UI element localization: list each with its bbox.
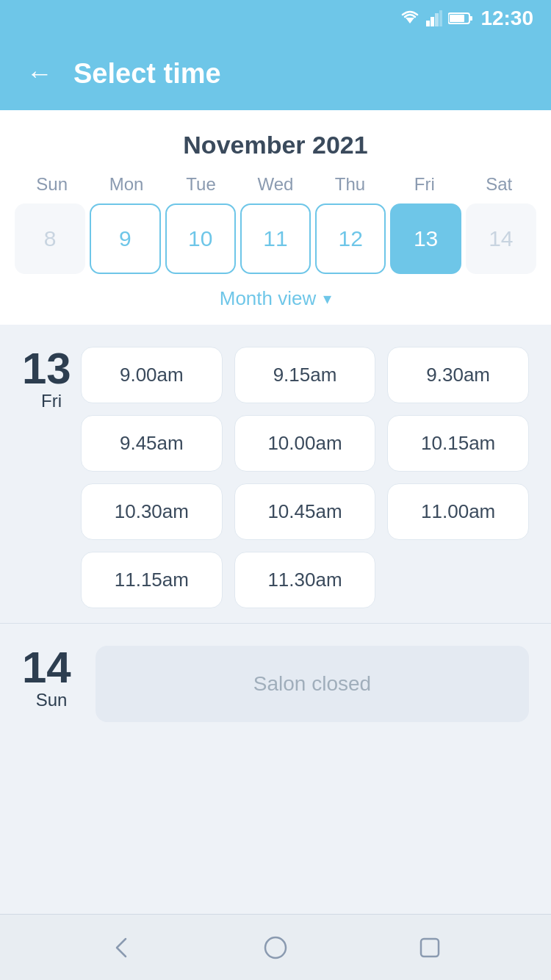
slot-945am[interactable]: 9.45am <box>81 415 223 472</box>
slot-900am[interactable]: 9.00am <box>81 347 223 403</box>
weekday-fri: Fri <box>387 174 461 195</box>
day-14-number: 14 <box>22 646 81 690</box>
slot-1045am[interactable]: 10.45am <box>234 483 376 540</box>
status-time: 12:30 <box>480 7 533 30</box>
month-view-toggle[interactable]: Month view ▾ <box>15 287 536 310</box>
month-view-label: Month view <box>220 287 317 310</box>
timeslots-area: 13 Fri 9.00am 9.15am 9.30am 9.45am 10.00… <box>0 325 551 914</box>
status-icons <box>400 10 473 26</box>
svg-rect-4 <box>439 10 442 26</box>
svg-rect-9 <box>421 939 439 956</box>
weekday-sat: Sat <box>462 174 536 195</box>
cal-day-10[interactable]: 10 <box>165 203 236 274</box>
weekday-row: Sun Mon Tue Wed Thu Fri Sat <box>15 174 536 195</box>
nav-back-button[interactable] <box>104 930 139 965</box>
back-button[interactable]: ← <box>26 60 53 87</box>
svg-rect-6 <box>469 16 472 21</box>
cal-day-12[interactable]: 12 <box>315 203 386 274</box>
weekday-mon: Mon <box>89 174 163 195</box>
day-13-block: 13 Fri <box>22 347 81 411</box>
slot-1015am[interactable]: 10.15am <box>387 415 529 472</box>
day-14-block: 14 Sun <box>22 646 81 710</box>
slot-1100am[interactable]: 11.00am <box>387 483 529 540</box>
slot-1115am[interactable]: 11.15am <box>81 552 223 608</box>
cal-day-8: 8 <box>15 203 85 274</box>
salon-closed-label: Salon closed <box>96 646 529 722</box>
cal-day-14: 14 <box>466 203 536 274</box>
slot-915am[interactable]: 9.15am <box>234 347 376 403</box>
home-nav-icon <box>262 934 289 961</box>
weekday-sun: Sun <box>15 174 89 195</box>
status-bar: 12:30 <box>0 0 551 37</box>
calendar-days-row: 8 9 10 11 12 13 14 <box>15 203 536 274</box>
weekday-wed: Wed <box>238 174 312 195</box>
chevron-down-icon: ▾ <box>323 289 331 309</box>
svg-marker-0 <box>406 18 414 24</box>
weekday-thu: Thu <box>313 174 387 195</box>
day-13-row: 13 Fri 9.00am 9.15am 9.30am 9.45am 10.00… <box>22 347 529 608</box>
weekday-tue: Tue <box>164 174 238 195</box>
slot-1130am[interactable]: 11.30am <box>234 552 376 608</box>
cal-day-13[interactable]: 13 <box>390 203 461 274</box>
bottom-nav <box>0 914 551 980</box>
slot-1030am[interactable]: 10.30am <box>81 483 223 540</box>
day-14-name: Sun <box>22 690 81 710</box>
day-section-14: 14 Sun Salon closed <box>0 623 551 737</box>
nav-recents-button[interactable] <box>412 930 447 965</box>
svg-point-8 <box>265 937 286 958</box>
page-title: Select time <box>73 58 221 90</box>
app-header: ← Select time <box>0 37 551 110</box>
slot-1000am[interactable]: 10.00am <box>234 415 376 472</box>
calendar-section: November 2021 Sun Mon Tue Wed Thu Fri Sa… <box>0 110 551 325</box>
wifi-icon <box>400 10 420 26</box>
day-13-number: 13 <box>22 347 81 391</box>
signal-icon <box>426 10 442 26</box>
time-grid-13: 9.00am 9.15am 9.30am 9.45am 10.00am 10.1… <box>81 347 529 608</box>
month-year-label: November 2021 <box>15 131 536 159</box>
recents-nav-icon <box>417 934 443 961</box>
slot-930am[interactable]: 9.30am <box>387 347 529 403</box>
svg-rect-3 <box>435 13 439 26</box>
day-13-name: Fri <box>22 391 81 411</box>
cal-day-9[interactable]: 9 <box>90 203 160 274</box>
battery-icon <box>448 12 473 25</box>
back-nav-icon <box>108 934 134 961</box>
day-section-13: 13 Fri 9.00am 9.15am 9.30am 9.45am 10.00… <box>0 325 551 623</box>
cal-day-11[interactable]: 11 <box>240 203 311 274</box>
svg-rect-7 <box>450 15 464 22</box>
svg-rect-2 <box>431 17 434 26</box>
svg-rect-1 <box>426 21 430 26</box>
nav-home-button[interactable] <box>258 930 293 965</box>
day-14-row: 14 Sun Salon closed <box>22 646 529 722</box>
